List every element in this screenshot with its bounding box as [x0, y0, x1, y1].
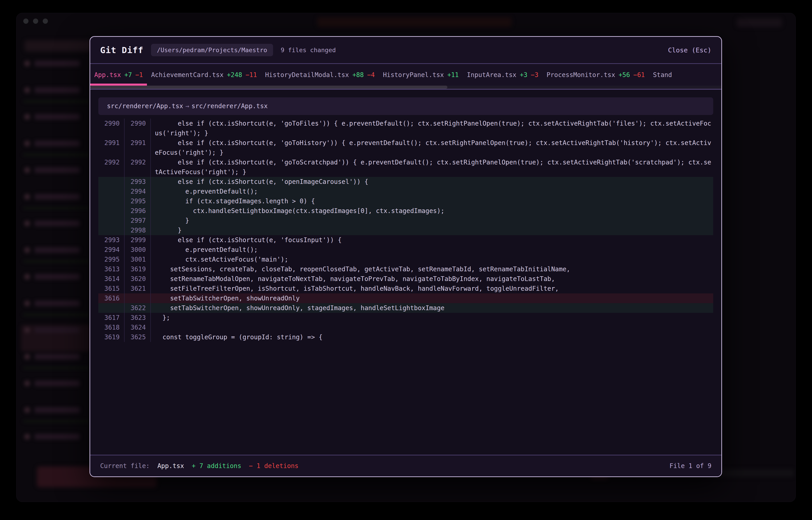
old-line-number: 2994 [98, 245, 125, 255]
old-line-number [98, 206, 125, 216]
code-line: ctx.setActiveFocus('main'); [151, 255, 713, 264]
file-tab[interactable]: HistoryDetailModal.tsx +88 −4 [261, 64, 379, 86]
file-rename-header: src/renderer/App.tsx→src/renderer/App.ts… [98, 97, 713, 115]
modal-footer: Current file: App.tsx + 7 additions − 1 … [90, 455, 721, 476]
code-line: else if (ctx.isShortcut(e, 'goToScratchp… [151, 157, 713, 177]
new-line-number: 3000 [125, 245, 151, 255]
code-line: e.preventDefault(); [151, 187, 713, 196]
old-line-number: 3619 [98, 332, 125, 342]
code-line: const toggleGroup = (groupId: string) =>… [151, 332, 713, 342]
tab-deletions-count: −11 [246, 71, 257, 79]
code-line: ctx.handleSetLightboxImage(ctx.stagedIma… [151, 206, 713, 216]
new-line-number: 2990 [125, 119, 151, 138]
code-line: setRenameTabModalOpen, navigateToNextTab… [151, 274, 713, 284]
background-app-logo [25, 40, 93, 52]
new-line-number: 2995 [125, 196, 151, 206]
tab-deletions-count: −4 [367, 71, 375, 79]
old-line-number: 2995 [98, 255, 125, 264]
diff-row: 2990 2990 else if (ctx.isShortcut(e, 'go… [98, 119, 713, 138]
tab-additions-count: +7 [124, 71, 132, 79]
diff-row: 3619 3625 const toggleGroup = (groupId: … [98, 332, 713, 342]
diff-row: 3618 3624 [98, 322, 713, 332]
code-line: else if (ctx.isShortcut(e, 'goToFiles'))… [151, 119, 713, 138]
footer-additions: + 7 additions [192, 462, 241, 470]
diff-row: 3615 3621 setFileTreeFilterOpen, isShort… [98, 284, 713, 293]
close-window-icon[interactable] [23, 19, 28, 24]
diff-row: 2991 2991 else if (ctx.isShortcut(e, 'go… [98, 138, 713, 157]
file-tab[interactable]: Stand [649, 64, 676, 86]
new-line-number: 2994 [125, 187, 151, 196]
file-path-from: src/renderer/App.tsx [107, 102, 183, 110]
modal-title: Git Diff [100, 45, 143, 55]
tab-additions-count: +248 [227, 71, 242, 79]
file-tab[interactable]: InputArea.tsx +3 −3 [463, 64, 543, 86]
code-line: else if (ctx.isShortcut(e, 'focusInput')… [151, 235, 713, 245]
new-line-number: 2996 [125, 206, 151, 216]
diff-table: 2990 2990 else if (ctx.isShortcut(e, 'go… [98, 119, 713, 342]
diff-row: 2995 3001 ctx.setActiveFocus('main'); [98, 255, 713, 264]
new-line-number: 2993 [125, 177, 151, 187]
tabs-scrollbar-thumb[interactable] [90, 86, 447, 89]
diff-row: 3622 setTabSwitcherOpen, showUnreadOnly,… [98, 303, 713, 313]
window-controls [23, 19, 48, 24]
old-line-number: 3614 [98, 274, 125, 284]
file-tabbar: App.tsx +7 −1 AchievementCard.tsx +248 −… [90, 64, 721, 90]
file-tab-label: ProcessMonitor.tsx [547, 71, 615, 79]
code-line: if (ctx.stagedImages.length > 0) { [151, 196, 713, 206]
new-line-number: 3621 [125, 284, 151, 293]
file-position-indicator: File 1 of 9 [670, 462, 711, 470]
old-line-number [98, 226, 125, 235]
diff-row: 2993 2999 else if (ctx.isShortcut(e, 'fo… [98, 235, 713, 245]
file-tab-label: HistoryPanel.tsx [383, 71, 444, 79]
code-line: setFileTreeFilterOpen, isShortcut, isTab… [151, 284, 713, 293]
diff-row: 2993 else if (ctx.isShortcut(e, 'openIma… [98, 177, 713, 187]
current-file-label: Current file: [100, 462, 150, 470]
file-tab[interactable]: App.tsx +7 −1 [90, 64, 147, 86]
old-line-number: 3615 [98, 284, 125, 293]
code-line [151, 322, 713, 332]
old-line-number [98, 177, 125, 187]
new-line-number: 2998 [125, 226, 151, 235]
zoom-window-icon[interactable] [43, 19, 48, 24]
git-diff-modal: Git Diff /Users/pedram/Projects/Maestro … [90, 36, 722, 477]
diff-row: 2996 ctx.handleSetLightboxImage(ctx.stag… [98, 206, 713, 216]
new-line-number: 3624 [125, 322, 151, 332]
file-tab-label: App.tsx [94, 71, 121, 79]
footer-deletions: − 1 deletions [249, 462, 298, 470]
diff-row: 2997 } [98, 216, 713, 226]
file-tab-label: InputArea.tsx [467, 71, 516, 79]
code-line: setTabSwitcherOpen, showUnreadOnly [151, 293, 713, 303]
file-tab[interactable]: ProcessMonitor.tsx +56 −61 [543, 64, 649, 86]
new-line-number: 3622 [125, 303, 151, 313]
code-line: } [151, 226, 713, 235]
old-line-number [98, 216, 125, 226]
old-line-number: 2990 [98, 119, 125, 138]
tab-deletions-count: −3 [531, 71, 539, 79]
code-line: } [151, 216, 713, 226]
old-line-number [98, 303, 125, 313]
new-line-number: 2997 [125, 216, 151, 226]
file-path-to: src/renderer/App.tsx [192, 102, 268, 110]
new-line-number: 3625 [125, 332, 151, 342]
new-line-number: 3619 [125, 264, 151, 274]
new-line-number [125, 293, 151, 303]
tabs-scrollbar-track[interactable] [90, 86, 721, 89]
file-tab[interactable]: AchievementCard.tsx +248 −11 [147, 64, 261, 86]
tab-additions-count: +88 [352, 71, 364, 79]
file-tab-label: Stand [653, 71, 672, 79]
new-line-number: 2999 [125, 235, 151, 245]
code-line: else if (ctx.isShortcut(e, 'openImageCar… [151, 177, 713, 187]
old-line-number: 2991 [98, 138, 125, 157]
arrow-icon: → [183, 102, 192, 110]
old-line-number: 3617 [98, 313, 125, 322]
file-tab[interactable]: HistoryPanel.tsx +11 [379, 64, 463, 86]
diff-content: src/renderer/App.tsx→src/renderer/App.ts… [90, 90, 721, 455]
old-line-number: 3616 [98, 293, 125, 303]
minimize-window-icon[interactable] [33, 19, 38, 24]
diff-row: 2998 } [98, 226, 713, 235]
old-line-number: 2992 [98, 157, 125, 177]
close-button[interactable]: Close (Esc) [668, 46, 711, 54]
code-line: setTabSwitcherOpen, showUnreadOnly, stag… [151, 303, 713, 313]
new-line-number: 3001 [125, 255, 151, 264]
background-titlebar-text [317, 17, 512, 27]
